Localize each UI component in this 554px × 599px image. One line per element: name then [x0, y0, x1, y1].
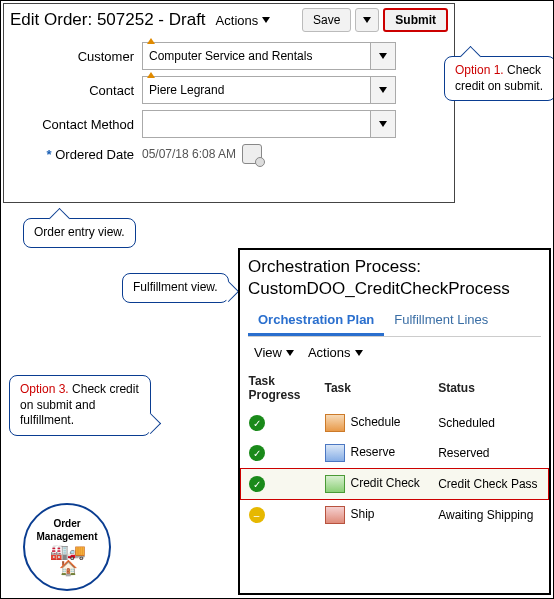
orch-title-line1: Orchestration Process:	[248, 257, 421, 276]
contact-select[interactable]: Piere Legrand	[142, 76, 396, 104]
progress-ok-icon: ✓	[249, 476, 265, 492]
table-header-row: Task Progress Task Status	[241, 368, 549, 408]
task-status: Scheduled	[430, 408, 548, 438]
calendar-icon[interactable]	[242, 144, 262, 164]
save-label: Save	[313, 13, 340, 27]
task-name: Schedule	[351, 415, 401, 429]
task-status: Awaiting Shipping	[430, 500, 548, 531]
orchestration-table: Task Progress Task Status ✓ Schedule Sch…	[240, 368, 549, 530]
contact-method-select[interactable]	[142, 110, 396, 138]
callout-fulfillment-view: Fulfillment view.	[122, 273, 229, 303]
col-task-progress: Task Progress	[241, 368, 317, 408]
view-label: View	[254, 345, 282, 360]
callout-order-entry-view: Order entry view.	[23, 218, 136, 248]
chevron-down-icon	[355, 350, 363, 356]
task-name: Ship	[351, 507, 375, 521]
orchestration-panel: Orchestration Process: CustomDOO_CreditC…	[238, 248, 551, 595]
customer-select[interactable]: Computer Service and Rentals	[142, 42, 396, 70]
dropdown-toggle[interactable]	[370, 111, 395, 137]
progress-ok-icon: ✓	[249, 445, 265, 461]
table-row-highlight[interactable]: ✓ Credit Check Credit Check Pass	[241, 469, 549, 500]
col-status: Status	[430, 368, 548, 408]
progress-ok-icon: ✓	[249, 415, 265, 431]
badge-line1: Order	[53, 518, 80, 529]
tab-fulfillment-lines[interactable]: Fulfillment Lines	[384, 306, 498, 336]
tab-orchestration-plan[interactable]: Orchestration Plan	[248, 306, 384, 336]
callout-text: Fulfillment view.	[133, 280, 218, 294]
chevron-down-icon	[363, 17, 371, 23]
chevron-down-icon	[379, 121, 387, 127]
callout-option-1: Option 1. Check credit on submit.	[444, 56, 554, 101]
submit-label: Submit	[395, 13, 436, 27]
badge-icons: 🏭🚚🏠	[50, 544, 84, 577]
customer-value: Computer Service and Rentals	[149, 49, 312, 63]
page-title: Edit Order: 507252 - Draft	[10, 10, 206, 30]
customer-label: Customer	[78, 49, 134, 64]
dropdown-toggle[interactable]	[370, 77, 395, 103]
table-row[interactable]: ✓ Reserve Reserved	[241, 438, 549, 469]
callout-tag: Option 1.	[455, 63, 504, 77]
chevron-down-icon	[379, 53, 387, 59]
actions-label: Actions	[216, 13, 259, 28]
view-menu[interactable]: View	[254, 345, 294, 360]
credit-check-icon	[325, 475, 345, 493]
actions-label: Actions	[308, 345, 351, 360]
progress-pending-icon: –	[249, 507, 265, 523]
submit-button[interactable]: Submit	[383, 8, 448, 32]
actions-menu[interactable]: Actions	[216, 13, 271, 28]
contact-value: Piere Legrand	[149, 83, 224, 97]
ordered-date-value: 05/07/18 6:08 AM	[142, 147, 236, 161]
contact-label: Contact	[89, 83, 134, 98]
actions-menu[interactable]: Actions	[308, 345, 363, 360]
ship-icon	[325, 506, 345, 524]
changed-indicator-icon	[147, 72, 155, 78]
save-split-button[interactable]	[355, 8, 379, 32]
callout-text: Order entry view.	[34, 225, 125, 239]
changed-indicator-icon	[147, 38, 155, 44]
chevron-down-icon	[286, 350, 294, 356]
chevron-down-icon	[262, 17, 270, 23]
order-management-badge: Order Management 🏭🚚🏠	[23, 503, 111, 591]
tab-bar: Orchestration Plan Fulfillment Lines	[248, 306, 541, 337]
order-entry-panel: Edit Order: 507252 - Draft Actions Save …	[3, 3, 455, 203]
task-name: Credit Check	[351, 476, 420, 490]
dropdown-toggle[interactable]	[370, 43, 395, 69]
orchestration-title: Orchestration Process: CustomDOO_CreditC…	[240, 250, 549, 300]
task-status: Reserved	[430, 438, 548, 469]
col-task: Task	[317, 368, 431, 408]
schedule-icon	[325, 414, 345, 432]
reserve-icon	[325, 444, 345, 462]
badge-line2: Management	[36, 531, 97, 542]
ordered-date-label: Ordered Date	[55, 147, 134, 162]
save-button[interactable]: Save	[302, 8, 351, 32]
task-name: Reserve	[351, 445, 396, 459]
task-status: Credit Check Pass	[430, 469, 548, 500]
orch-title-line2: CustomDOO_CreditCheckProcess	[248, 279, 510, 298]
contact-method-label: Contact Method	[42, 117, 134, 132]
chevron-down-icon	[379, 87, 387, 93]
callout-option-3: Option 3. Check credit on submit and ful…	[9, 375, 151, 436]
table-row[interactable]: – Ship Awaiting Shipping	[241, 500, 549, 531]
table-row[interactable]: ✓ Schedule Scheduled	[241, 408, 549, 438]
callout-tag: Option 3.	[20, 382, 69, 396]
